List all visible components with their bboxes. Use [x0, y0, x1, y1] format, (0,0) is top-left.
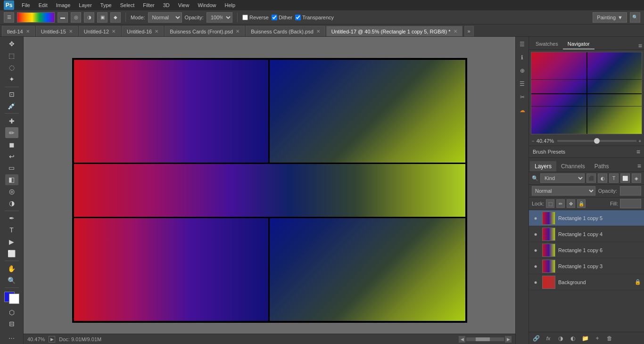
layer-visibility-btn[interactable]: ● [532, 278, 539, 286]
screen-mode-btn[interactable]: ⊟ [5, 319, 18, 329]
eraser-tool[interactable]: ▭ [5, 163, 18, 173]
zoom-in-icon[interactable]: + [638, 139, 641, 144]
tab-swatches[interactable]: Swatches [531, 39, 563, 49]
layer-visibility-btn[interactable]: ● [532, 246, 539, 254]
healing-tool[interactable]: ✚ [5, 115, 18, 126]
layer-new-btn[interactable]: + [592, 334, 603, 343]
gradient-tool[interactable]: ◧ [5, 174, 18, 185]
pen-tool[interactable]: ✒ [5, 213, 18, 224]
statusbar-info-btn[interactable]: ▶ [49, 336, 55, 343]
panel-icon-2[interactable]: ℹ [517, 52, 528, 63]
tab-close[interactable]: ✕ [155, 29, 158, 34]
gradient-type-linear[interactable]: ▬ [58, 12, 68, 23]
text-tool[interactable]: T [5, 225, 18, 236]
lock-image-btn[interactable]: ✏ [556, 199, 565, 208]
tab-untitled17-active[interactable]: Untitled-17 @ 40.5% (Rectangle 1 copy 5,… [326, 26, 462, 36]
layer-filter-smart[interactable]: ◈ [632, 173, 641, 183]
menu-file[interactable]: File [18, 1, 34, 9]
tab-close[interactable]: ✕ [454, 29, 457, 34]
menu-filter[interactable]: Filter [139, 1, 158, 9]
toolbar-options-btn[interactable]: ☰ [4, 12, 14, 23]
tab-business-back[interactable]: Buisness Cards (Back).psd ✕ [246, 26, 325, 36]
scroll-right-btn[interactable]: ▶ [505, 336, 512, 343]
panel-icon-1[interactable]: ☰ [517, 39, 528, 50]
tab-close[interactable]: ✕ [26, 29, 30, 34]
layer-item-rect1copy4[interactable]: ● Rectangle 1 copy 4 [529, 226, 644, 242]
gradient-type-angle[interactable]: ◑ [84, 12, 94, 23]
menu-type[interactable]: Type [97, 1, 116, 9]
blur-tool[interactable]: ◎ [5, 186, 18, 197]
layer-filter-adjust[interactable]: ◐ [598, 173, 607, 183]
eyedropper-tool[interactable]: 💉 [5, 101, 18, 112]
layer-item-rect1copy6[interactable]: ● Rectangle 1 copy 6 [529, 242, 644, 258]
panel-icon-3[interactable]: ⊕ [517, 65, 528, 76]
menu-help[interactable]: Help [221, 1, 239, 9]
tab-close[interactable]: ✕ [69, 29, 73, 34]
layer-filter-select[interactable]: Kind Name Effect [540, 173, 585, 183]
menu-view[interactable]: View [174, 1, 193, 9]
history-tool[interactable]: ↩ [5, 151, 18, 162]
menu-select[interactable]: Select [116, 1, 139, 9]
scroll-track[interactable] [466, 337, 504, 341]
dither-checkbox[interactable]: Dither [272, 15, 292, 20]
panel-icon-4[interactable]: ☰ [517, 78, 528, 90]
menu-edit[interactable]: Edit [35, 1, 51, 9]
opacity-select[interactable]: 100% 75% 50% [206, 12, 232, 23]
quick-mask-btn[interactable]: ⬡ [5, 307, 18, 318]
dodge-tool[interactable]: ◑ [5, 198, 18, 209]
tab-untitled14[interactable]: tled-14 ✕ [2, 26, 35, 36]
lock-position-btn[interactable]: ✥ [567, 199, 575, 208]
path-select-tool[interactable]: ▶ [5, 236, 18, 247]
crop-tool[interactable]: ⊡ [5, 89, 18, 100]
gradient-editor[interactable] [17, 12, 55, 23]
workspace-selector[interactable]: Painting ▼ [593, 12, 627, 23]
opacity-input[interactable]: 100% [620, 186, 641, 196]
lock-transparent-btn[interactable]: ⬚ [546, 199, 554, 208]
panel-icon-5[interactable]: ✂ [517, 91, 528, 103]
stamp-tool[interactable]: ◼ [5, 139, 18, 150]
tab-business-front[interactable]: Buisness Cards (Front).psd ✕ [165, 26, 245, 36]
selection-tool[interactable]: ⬚ [5, 50, 18, 61]
lasso-tool[interactable]: ◌ [5, 62, 18, 73]
more-tools-btn[interactable]: … [5, 331, 18, 342]
zoom-tool[interactable]: 🔍 [5, 275, 18, 286]
layer-item-rect1copy3[interactable]: ● Rectangle 1 copy 3 [529, 258, 644, 274]
tab-navigator[interactable]: Navigator [563, 39, 594, 49]
mode-select[interactable]: Normal Dissolve Multiply [148, 12, 182, 23]
layer-fx-btn[interactable]: fx [543, 334, 553, 343]
tab-untitled12[interactable]: Untitled-12 ✕ [79, 26, 121, 36]
tabs-overflow[interactable]: » [464, 26, 474, 36]
layer-adjustment-btn[interactable]: ◐ [568, 334, 578, 343]
layer-folder-btn[interactable]: 📁 [580, 334, 590, 343]
gradient-type-reflected[interactable]: ▣ [97, 12, 107, 23]
layers-menu-btn[interactable]: ≡ [636, 160, 643, 172]
layer-filter-shape[interactable]: ⬜ [620, 173, 630, 183]
gradient-type-radial[interactable]: ◎ [71, 12, 81, 23]
layer-visibility-btn[interactable]: ● [532, 214, 539, 222]
layer-delete-btn[interactable]: 🗑 [604, 334, 615, 343]
layer-link-btn[interactable]: 🔗 [531, 334, 541, 343]
tab-layers[interactable]: Layers [530, 161, 556, 172]
zoom-slider[interactable] [557, 140, 636, 142]
reverse-checkbox[interactable]: Reverse [242, 15, 269, 20]
fill-input[interactable]: 100% [620, 199, 641, 208]
magic-wand-tool[interactable]: ✦ [5, 74, 18, 85]
tab-untitled15[interactable]: Untitled-15 ✕ [36, 26, 78, 36]
brush-tool[interactable]: ✏ [5, 127, 18, 138]
transparency-input[interactable] [295, 15, 301, 20]
workspace-search[interactable]: 🔍 [630, 12, 640, 23]
layer-item-rect1copy5[interactable]: ● Rectangle 1 copy 5 [529, 210, 644, 226]
layer-filter-text[interactable]: T [609, 173, 619, 183]
transparency-checkbox[interactable]: Transparency [295, 15, 334, 20]
layer-mask-btn[interactable]: ◑ [555, 334, 566, 343]
panel-menu-btn[interactable]: ≡ [638, 42, 642, 49]
canvas-area[interactable]: 40.47% ▶ Doc: 9.01M/9.01M ◀ ▶ [24, 37, 515, 344]
reverse-input[interactable] [242, 15, 248, 20]
menu-image[interactable]: Image [52, 1, 74, 9]
color-swatches[interactable] [4, 292, 19, 304]
tab-close[interactable]: ✕ [112, 29, 116, 34]
tab-close[interactable]: ✕ [316, 29, 320, 34]
brush-presets-menu[interactable]: ≡ [636, 148, 640, 156]
zoom-out-icon[interactable]: − [532, 139, 535, 144]
menu-layer[interactable]: Layer [75, 1, 96, 9]
